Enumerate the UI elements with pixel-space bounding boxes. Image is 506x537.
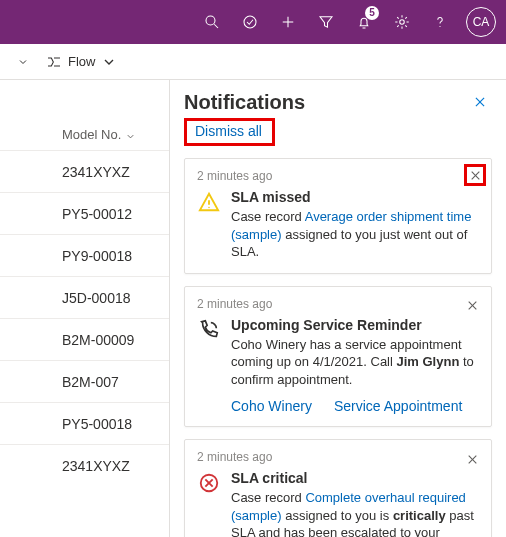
- flow-button[interactable]: Flow: [46, 54, 117, 70]
- notification-card-service-reminder: 2 minutes ago Upcoming Service Reminder …: [184, 286, 492, 428]
- card-title: SLA missed: [231, 189, 479, 205]
- coho-winery-link[interactable]: Coho Winery: [231, 398, 312, 414]
- panel-title: Notifications: [184, 91, 305, 114]
- card-text-pre: Case record: [231, 209, 305, 224]
- card-close-button[interactable]: [461, 448, 483, 470]
- task-checkmark-icon[interactable]: [232, 4, 268, 40]
- svg-point-2: [244, 16, 256, 28]
- svg-point-0: [206, 16, 215, 25]
- error-icon: [197, 470, 221, 494]
- notification-card-sla-missed: 2 minutes ago SLA missed Case record Ave…: [184, 158, 492, 274]
- card-text: Case record Complete overhaul required (…: [231, 489, 479, 537]
- app-topbar: 5 CA: [0, 0, 506, 44]
- card-close-button[interactable]: [464, 164, 486, 186]
- gear-icon[interactable]: [384, 4, 420, 40]
- avatar[interactable]: CA: [466, 7, 496, 37]
- dismiss-all-link[interactable]: Dismiss all: [184, 118, 275, 146]
- card-text: Coho Winery has a service appointment co…: [231, 336, 479, 389]
- table-row[interactable]: J5D-00018: [0, 276, 169, 318]
- card-close-button[interactable]: [461, 295, 483, 317]
- table-row[interactable]: PY5-00012: [0, 192, 169, 234]
- card-text-mid: assigned to you is: [282, 508, 393, 523]
- search-icon[interactable]: [194, 4, 230, 40]
- grid-header-model-no[interactable]: Model No.: [0, 80, 169, 150]
- notifications-panel: Notifications Dismiss all 2 minutes ago …: [170, 80, 506, 537]
- card-timestamp: 2 minutes ago: [197, 450, 479, 464]
- table-row[interactable]: B2M-007: [0, 360, 169, 402]
- table-row[interactable]: PY9-00018: [0, 234, 169, 276]
- service-appointment-link[interactable]: Service Appointment: [334, 398, 462, 414]
- command-bar: Flow: [0, 44, 506, 80]
- svg-point-7: [439, 26, 440, 27]
- table-row[interactable]: B2M-00009: [0, 318, 169, 360]
- chevron-down-icon[interactable]: [12, 56, 34, 68]
- svg-point-13: [208, 207, 209, 208]
- flow-label: Flow: [68, 54, 95, 69]
- phone-icon: [197, 317, 221, 341]
- panel-close-button[interactable]: [468, 90, 492, 114]
- filter-icon[interactable]: [308, 4, 344, 40]
- svg-point-6: [400, 20, 405, 25]
- add-icon[interactable]: [270, 4, 306, 40]
- svg-line-1: [214, 24, 218, 28]
- card-text: Case record Average order shipment time …: [231, 208, 479, 261]
- notification-card-sla-critical: 2 minutes ago SLA critical Case record C…: [184, 439, 492, 537]
- grid-header-label: Model No.: [62, 127, 121, 142]
- card-bold: critically: [393, 508, 446, 523]
- help-icon[interactable]: [422, 4, 458, 40]
- card-timestamp: 2 minutes ago: [197, 297, 479, 311]
- table-row[interactable]: 2341XYXZ: [0, 150, 169, 192]
- bell-icon[interactable]: 5: [346, 4, 382, 40]
- card-timestamp: 2 minutes ago: [197, 169, 479, 183]
- grid-column: Model No. 2341XYXZ PY5-00012 PY9-00018 J…: [0, 80, 170, 537]
- card-title: Upcoming Service Reminder: [231, 317, 479, 333]
- card-text-pre: Case record: [231, 490, 305, 505]
- table-row[interactable]: PY5-00018: [0, 402, 169, 444]
- card-bold: Jim Glynn: [397, 354, 460, 369]
- content-area: Model No. 2341XYXZ PY5-00012 PY9-00018 J…: [0, 80, 506, 537]
- warning-icon: [197, 189, 221, 213]
- notification-badge: 5: [365, 6, 379, 20]
- table-row[interactable]: 2341XYXZ: [0, 444, 169, 486]
- card-title: SLA critical: [231, 470, 479, 486]
